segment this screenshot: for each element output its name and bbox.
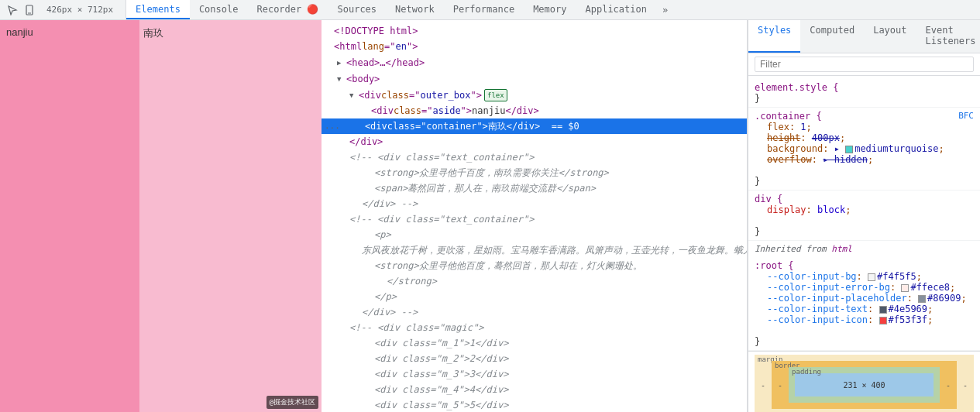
tab-console[interactable]: Console xyxy=(190,0,248,19)
html-eq: =" xyxy=(384,39,395,53)
m1-line[interactable]: <div class="m_1">1</div> xyxy=(322,335,747,351)
aside-attr: class xyxy=(394,104,421,118)
color-input-bg-prop: --color-input-bg: #f4f5f5; xyxy=(755,271,974,282)
div-close3-line[interactable]: </div> --> xyxy=(322,304,747,320)
div-close3-text: </div> --> xyxy=(362,305,418,319)
m2-text: <div class="m_2">2</div> xyxy=(374,352,508,366)
m4-text: <div class="m_4">4</div> xyxy=(374,383,508,397)
cursor-icon[interactable] xyxy=(6,4,19,16)
p-open-text: <p> xyxy=(374,228,391,242)
container-line[interactable]: ... <div class="container">南玖</div> == $… xyxy=(322,118,747,134)
outer-box-tag: <div xyxy=(359,88,381,102)
outer-box-eq: =" xyxy=(409,88,420,102)
p-close-line[interactable]: </p> xyxy=(322,289,747,304)
aside-end: </div> xyxy=(505,104,538,118)
doctype-line[interactable]: <!DOCTYPE html> xyxy=(322,23,747,39)
styles-content[interactable]: element.style { } .container { BFC flex:… xyxy=(748,76,980,412)
doctype-tag: <!DOCTYPE html> xyxy=(334,24,418,38)
comment3-line[interactable]: <!-- <div class="magic"> xyxy=(322,320,747,335)
container-attr: class xyxy=(387,119,415,133)
border-box: border - padding 231 × 400 xyxy=(772,361,957,409)
span1-text: <span>蓦然回首，那人在，南玖前端交流群</span> xyxy=(374,181,596,195)
strong-close-line[interactable]: </strong> xyxy=(322,273,747,289)
m2-line[interactable]: <div class="m_2">2</div> xyxy=(322,351,747,366)
body-line[interactable]: <body> xyxy=(322,70,747,87)
container-text: 南玖 xyxy=(488,119,507,133)
overflow-prop: overflow: ▸ hidden; xyxy=(755,154,974,165)
tab-application[interactable]: Application xyxy=(576,0,656,19)
dollar-sign: == $0 xyxy=(552,119,579,133)
border-value: - xyxy=(778,381,782,390)
m3-line[interactable]: <div class="m_3">3</div> xyxy=(322,366,747,382)
html-close-attr: "> xyxy=(407,39,418,53)
preview-right-text: 南玖 xyxy=(143,26,163,40)
strong2-line[interactable]: <strong>众里寻他他百度，蓦然回首，那人却在，灯火阑珊处。 xyxy=(322,258,747,273)
html-attr-lang: lang xyxy=(362,39,384,53)
comment1-line[interactable]: <!-- <div class="text_container"> xyxy=(322,149,747,165)
tab-styles[interactable]: Styles xyxy=(748,20,800,53)
html-attr-val: en xyxy=(395,39,406,53)
div-close2-line[interactable]: </div> --> xyxy=(322,196,747,211)
content-size: 231 × 400 xyxy=(843,381,885,390)
root-rule-close: } xyxy=(755,336,760,347)
container-selector: .container { xyxy=(755,111,822,122)
container-val: container xyxy=(426,119,476,133)
poem-line[interactable]: 东风夜放花千树，更吹落，星如雨。宝马雕车香满路。凤箫声动，玉壶光转，一夜鱼龙舞。… xyxy=(322,242,747,258)
root-selector: :root { xyxy=(755,260,794,271)
color-input-icon-prop: --color-input-icon: #f53f3f; xyxy=(755,314,974,325)
toolbar-left: 426px × 712px xyxy=(0,0,126,19)
head-line[interactable]: <head>…</head> xyxy=(322,54,747,70)
m5-line[interactable]: <div class="m_5">5</div> xyxy=(322,397,747,412)
aside-close: "> xyxy=(461,104,472,118)
head-toggle[interactable] xyxy=(337,55,346,70)
tab-sources[interactable]: Sources xyxy=(328,0,387,19)
main-content: nanjiu 南玖 @掘金技术社区 <!DOCTYPE html> <html … xyxy=(0,20,980,412)
padding-label: padding xyxy=(792,368,821,376)
tab-computed[interactable]: Computed xyxy=(800,20,864,53)
container-rule: .container { BFC flex: 1; height: 400px;… xyxy=(748,108,980,191)
elements-pane[interactable]: <!DOCTYPE html> <html lang="en"> <head>…… xyxy=(322,20,748,412)
aside-open: <div xyxy=(371,104,394,118)
aside-eq: =" xyxy=(421,104,432,118)
strong2-text: <strong>众里寻他他百度，蓦然回首，那人却在，灯火阑珊处。 xyxy=(374,259,642,273)
styles-tabs: Styles Computed Layout Event Listeners xyxy=(748,20,980,53)
tab-performance[interactable]: Performance xyxy=(444,0,524,19)
tab-network[interactable]: Network xyxy=(386,0,444,19)
filter-input[interactable] xyxy=(755,57,974,72)
tab-elements[interactable]: Elements xyxy=(126,0,190,19)
outer-box-class-val: outer_box xyxy=(420,88,470,102)
div-close-tag: </div> xyxy=(349,135,383,149)
div-rule-close: } xyxy=(755,226,760,237)
tab-recorder[interactable]: Recorder 🔴 xyxy=(247,0,328,19)
color-input-text-prop: --color-input-text: #4e5969; xyxy=(755,304,974,314)
height-prop: height: 400px; xyxy=(755,132,974,143)
padding-box: padding 231 × 400 xyxy=(789,367,940,403)
outer-box-line[interactable]: <div class="outer_box"> flex xyxy=(322,87,747,103)
border-right: - xyxy=(946,381,951,390)
margin-right: - xyxy=(963,381,968,390)
div-close-line[interactable]: </div> xyxy=(322,134,747,149)
box-model: margin - border - padding xyxy=(748,351,980,412)
flex-badge[interactable]: flex xyxy=(484,89,507,101)
mobile-icon[interactable] xyxy=(23,4,36,16)
tab-event-listeners[interactable]: Event Listeners xyxy=(916,20,980,53)
outer-box-toggle[interactable] xyxy=(349,88,359,102)
dimension-display: 426px × 712px xyxy=(40,5,119,15)
div-selector: div { xyxy=(755,194,782,204)
color-input-placeholder-prop: --color-input-placeholder: #86909; xyxy=(755,293,974,304)
aside-line[interactable]: <div class="aside">nanjiu</div> xyxy=(322,103,747,118)
content-box: 231 × 400 xyxy=(795,373,934,397)
html-line[interactable]: <html lang="en"> xyxy=(322,39,747,54)
m4-line[interactable]: <div class="m_4">4</div> xyxy=(322,382,747,397)
comment2-line[interactable]: <!-- <div class="text_container"> xyxy=(322,211,747,227)
more-tabs-button[interactable]: » xyxy=(656,5,674,15)
div-close2-text: </div> --> xyxy=(362,197,418,211)
tab-memory[interactable]: Memory xyxy=(524,0,576,19)
strong1-line[interactable]: <strong>众里寻他千百度，南玖需要你关注</strong> xyxy=(322,165,747,180)
span1-line[interactable]: <span>蓦然回首，那人在，南玖前端交流群</span> xyxy=(322,180,747,196)
p-open-line[interactable]: <p> xyxy=(322,227,747,242)
tab-layout[interactable]: Layout xyxy=(864,20,916,53)
styles-filter xyxy=(748,53,980,76)
body-toggle[interactable] xyxy=(337,71,346,86)
bfc-badge[interactable]: BFC xyxy=(958,111,974,121)
